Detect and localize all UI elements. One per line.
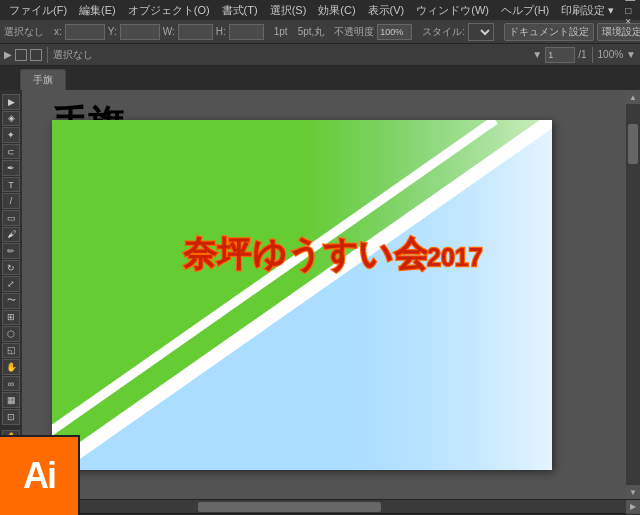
h-label: H: (216, 26, 226, 37)
artboard-num[interactable] (545, 47, 575, 63)
w-label: W: (163, 26, 175, 37)
pencil-tool[interactable]: ✏ (2, 243, 20, 259)
style-select[interactable] (468, 23, 494, 41)
stroke-style-label: 5pt,丸 (298, 25, 325, 39)
scroll-track[interactable] (626, 104, 640, 485)
paintbrush-tool[interactable]: 🖌 (2, 227, 20, 243)
rotate-tool[interactable]: ↻ (2, 260, 20, 276)
menu-effects[interactable]: 効果(C) (313, 3, 360, 18)
scroll-thumb[interactable] (628, 124, 638, 164)
ai-logo-text: Ai (23, 455, 55, 497)
toolbar-property: ▶ 選択なし ▼ /1 100% ▼ (0, 44, 640, 66)
rectangle-tool[interactable]: ▭ (2, 210, 20, 226)
flag-design: 奈坪ゆうすい会 2017 (52, 120, 552, 470)
eyedropper-tool[interactable]: ✋ (2, 359, 20, 375)
blend-tool[interactable]: ∞ (2, 376, 20, 392)
x-label: x: (54, 26, 62, 37)
menu-file[interactable]: ファイル(F) (4, 3, 72, 18)
pen-tool[interactable]: ✒ (2, 160, 20, 176)
free-transform-tool[interactable]: ⊞ (2, 310, 20, 326)
tab-bar: 手旗 (0, 66, 640, 90)
shape-builder-tool[interactable]: ⬡ (2, 326, 20, 342)
artboard-tool[interactable]: ⊡ (2, 409, 20, 425)
artboard-of: /1 (578, 49, 586, 60)
line-tool[interactable]: / (2, 193, 20, 209)
stroke-swatch[interactable] (30, 49, 42, 61)
scale-tool[interactable]: ⤢ (2, 276, 20, 292)
opacity-label: 不透明度 (334, 25, 374, 39)
scroll-down-btn[interactable]: ▼ (626, 485, 640, 499)
fill-swatch[interactable] (15, 49, 27, 61)
flag-text: 奈坪ゆうすい会 (183, 234, 430, 272)
divider-tb2 (47, 47, 48, 63)
toolbar-main: 選択なし x: Y: W: H: 1pt 5pt,丸 不透明度 スタイル: ドキ… (0, 20, 640, 44)
menu-window[interactable]: ウィンドウ(W) (411, 3, 494, 18)
scroll-right-btn[interactable]: ▶ (626, 500, 640, 514)
scroll-up-btn[interactable]: ▲ (626, 90, 640, 104)
stroke-label: 1pt (274, 26, 288, 37)
y-input[interactable] (120, 24, 160, 40)
opacity-input[interactable] (377, 24, 412, 40)
zoom-label: 100% (598, 49, 624, 60)
canvas-area[interactable]: 手旗 旗 サイズw297mm×ｈ210mm (22, 90, 626, 499)
menu-help[interactable]: ヘルプ(H) (496, 3, 554, 18)
canvas-content: 奈坪ゆうすい会 2017 (52, 120, 552, 470)
direct-selection-tool[interactable]: ◈ (2, 111, 20, 127)
flag-year: 2017 (427, 243, 483, 271)
menu-bar: ファイル(F) 編集(E) オブジェクト(O) 書式(T) 選択(S) 効果(C… (0, 0, 640, 20)
chart-tool[interactable]: ▦ (2, 392, 20, 408)
bottom-scrollbar: ◀ ▶ (0, 499, 640, 513)
menu-select[interactable]: 選択(S) (265, 3, 312, 18)
doc-settings-btn[interactable]: ドキュメント設定 (504, 23, 594, 41)
x-input[interactable] (65, 24, 105, 40)
right-scrollbar: ▲ ▼ (626, 90, 640, 499)
w-input[interactable] (178, 24, 213, 40)
h-scroll-thumb[interactable] (198, 502, 382, 512)
tb2-label: 選択なし (53, 48, 93, 62)
zoom-arrow: ▼ (626, 49, 636, 60)
menu-view[interactable]: 表示(V) (363, 3, 410, 18)
type-tool[interactable]: T (2, 177, 20, 193)
lasso-tool[interactable]: ⊂ (2, 144, 20, 160)
menu-more[interactable]: 印刷設定 ▾ (556, 3, 619, 18)
warp-tool[interactable]: 〜 (2, 293, 20, 309)
menu-edit[interactable]: 編集(E) (74, 3, 121, 18)
ai-logo: Ai (0, 435, 80, 515)
menu-format[interactable]: 書式(T) (217, 3, 263, 18)
selection-tool[interactable]: ▶ (2, 94, 20, 110)
h-input[interactable] (229, 24, 264, 40)
divider-tb2-2 (592, 47, 593, 63)
artboard-name: ▼ (532, 49, 542, 60)
document-canvas[interactable]: 奈坪ゆうすい会 2017 (52, 120, 552, 470)
magic-wand-tool[interactable]: ✦ (2, 127, 20, 143)
h-scroll-track[interactable] (14, 500, 626, 513)
prefs-btn[interactable]: 環境設定 (597, 23, 640, 41)
menu-object[interactable]: オブジェクト(O) (123, 3, 215, 18)
tb2-arrow: ▶ (4, 49, 12, 60)
selection-label: 選択なし (4, 25, 44, 39)
main-area: ▶ ◈ ✦ ⊂ ✒ T / ▭ 🖌 ✏ ↻ ⤢ 〜 ⊞ ⬡ ◱ ✋ ∞ ▦ ⊡ … (0, 90, 640, 499)
tab-document[interactable]: 手旗 (20, 69, 66, 90)
y-label: Y: (108, 26, 117, 37)
style-label: スタイル: (422, 25, 465, 39)
gradient-tool[interactable]: ◱ (2, 343, 20, 359)
